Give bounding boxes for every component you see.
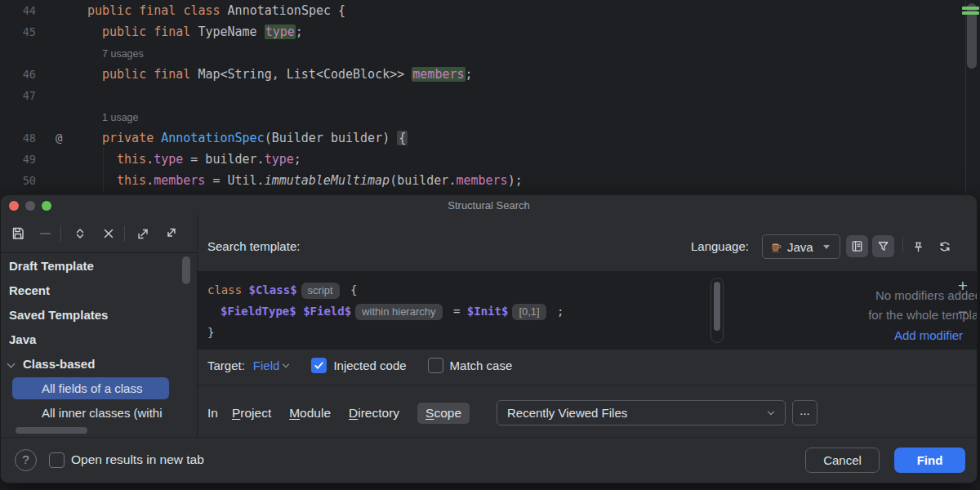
code-token: public final	[102, 24, 198, 39]
pin-button[interactable]	[908, 237, 928, 256]
code-token: AnnotationSpec	[161, 131, 264, 145]
code-token: (builder.	[390, 173, 456, 188]
code-token: .	[146, 173, 154, 188]
code-line: 49this.type = builder.type;	[0, 149, 980, 170]
java-coffee-cup-icon	[770, 241, 782, 253]
sidebar-item-recent[interactable]: Recent	[1, 278, 197, 303]
dropdown-arrow-icon	[823, 245, 830, 249]
chevron-down-icon	[283, 360, 289, 367]
save-template-icon[interactable]	[8, 224, 28, 243]
scope-option-project[interactable]: Project	[232, 406, 271, 420]
add-modifier-plus-button[interactable]: +	[954, 276, 972, 296]
template-filter-badge[interactable]: [0,1]	[512, 304, 546, 320]
open-results-checkbox[interactable]	[49, 452, 65, 468]
code-token: );	[508, 173, 523, 188]
add-modifier-link[interactable]: Add modifier	[894, 328, 963, 342]
code-token: = builder.	[183, 152, 264, 167]
code-token: ;	[550, 305, 564, 318]
code-editor[interactable]: 44public final class AnnotationSpec {45p…	[0, 0, 980, 194]
sidebar-item-label: All inner classes (withi	[42, 406, 163, 420]
import-template-icon[interactable]	[161, 224, 180, 243]
dialog-footer: ? Open results in new tab Cancel Find	[1, 437, 977, 483]
code-line: 46public final Map<String, List<CodeBloc…	[0, 64, 980, 85]
existing-templates-button[interactable]	[846, 235, 868, 257]
code-token: private	[102, 131, 161, 145]
code-lines: 44public final class AnnotationSpec {45p…	[0, 0, 980, 194]
scope-option-module[interactable]: Module	[289, 406, 331, 420]
line-number: 49	[0, 149, 36, 170]
template-code-line: class $Class$script {	[207, 279, 358, 301]
code-token: =	[447, 305, 467, 318]
chevron-down-icon[interactable]	[7, 360, 16, 368]
code-line: 7 usages	[0, 42, 980, 64]
code-token: $Init$	[467, 305, 509, 318]
target-dropdown[interactable]: Field	[253, 359, 289, 372]
template-code-line: }	[207, 322, 214, 343]
injected-code-checkbox[interactable]	[311, 358, 327, 373]
code-token: {	[344, 283, 358, 296]
match-case-checkbox-group[interactable]: Match case	[428, 358, 513, 373]
code-token: $Field$	[303, 305, 351, 318]
sidebar-item-label: Class-based	[23, 357, 95, 371]
sidebar-item-saved-templates[interactable]: Saved Templates	[1, 303, 197, 327]
code-token: this	[117, 152, 146, 167]
no-modifiers-text: No modifiers added	[737, 286, 978, 305]
code-token: members	[412, 67, 465, 82]
template-filter-badge[interactable]: within hierarchy	[355, 304, 442, 320]
usages-inlay-hint[interactable]: 1 usage	[102, 112, 138, 123]
template-filter-badge[interactable]: script	[301, 283, 340, 299]
remove-template-icon[interactable]	[35, 224, 55, 243]
search-template-label: Search template:	[207, 239, 300, 253]
template-code-line: $FieldType$ $Field$within hierarchy = $I…	[220, 301, 564, 322]
sidebar-hscrollbar-thumb[interactable]	[16, 427, 87, 434]
injected-code-checkbox-group[interactable]: Injected code	[311, 358, 406, 373]
expand-icon[interactable]	[70, 224, 90, 243]
code-token: AnnotationSpec {	[228, 3, 346, 18]
sidebar-item-all-fields-of-a-class[interactable]: All fields of a class	[1, 376, 197, 401]
usages-inlay-hint[interactable]: 7 usages	[102, 48, 144, 60]
dialog-titlebar[interactable]: Structural Search	[1, 195, 977, 216]
line-number: 50	[0, 170, 36, 191]
code-line: 44public final class AnnotationSpec {	[0, 0, 980, 21]
template-scrollbar-thumb[interactable]	[714, 282, 720, 331]
remove-modifier-minus-button[interactable]: −	[954, 302, 972, 322]
scope-option-scope[interactable]: Scope	[417, 403, 470, 424]
collapse-icon[interactable]	[99, 224, 118, 243]
language-dropdown[interactable]: Java	[762, 234, 840, 259]
code-line: 45public final TypeName type;	[0, 21, 980, 42]
export-template-icon[interactable]	[133, 224, 153, 243]
scope-row: In ProjectModuleDirectoryScope	[207, 401, 479, 425]
sidebar-item-java[interactable]: Java	[1, 327, 197, 352]
code-line: 48@private AnnotationSpec(Builder builde…	[0, 127, 980, 149]
code-token: members	[154, 173, 205, 188]
annotation-gutter-icon[interactable]: @	[56, 127, 62, 149]
code-token: (Builder builder)	[265, 131, 398, 145]
help-button[interactable]: ?	[15, 449, 37, 471]
scope-combobox[interactable]: Recently Viewed Files	[497, 400, 786, 425]
refresh-button[interactable]	[935, 237, 955, 256]
sidebar-item-draft-template[interactable]: Draft Template	[1, 254, 197, 278]
match-case-checkbox[interactable]	[428, 358, 443, 373]
sidebar-item-class-based[interactable]: Class-based	[1, 352, 197, 376]
open-results-label: Open results in new tab	[71, 452, 204, 467]
sidebar-item-label: Draft Template	[9, 259, 94, 273]
sidebar-vscrollbar-thumb[interactable]	[182, 256, 190, 284]
sidebar-item-label: Recent	[9, 283, 50, 297]
line-number: 46	[0, 64, 36, 85]
filter-button[interactable]	[872, 235, 894, 257]
templates-sidebar: Draft TemplateRecentSaved TemplatesJavaC…	[1, 254, 197, 439]
find-button[interactable]: Find	[894, 448, 965, 473]
vcs-change-marker[interactable]	[962, 7, 979, 16]
ide-screen: 44public final class AnnotationSpec {45p…	[0, 0, 980, 490]
scope-option-directory[interactable]: Directory	[349, 406, 399, 420]
code-token: public final class	[87, 3, 228, 18]
structural-search-dialog: Structural Search	[0, 194, 978, 483]
toolbar-separator	[902, 237, 903, 253]
code-token: }	[207, 326, 214, 339]
cancel-button[interactable]: Cancel	[805, 448, 880, 473]
sidebar-item-all-inner-classes-withi[interactable]: All inner classes (withi	[1, 401, 197, 425]
line-number: 48	[0, 127, 36, 149]
scope-more-button[interactable]: ...	[792, 400, 817, 425]
code-token: type	[265, 24, 296, 39]
sidebar-item-label: Saved Templates	[9, 308, 108, 322]
